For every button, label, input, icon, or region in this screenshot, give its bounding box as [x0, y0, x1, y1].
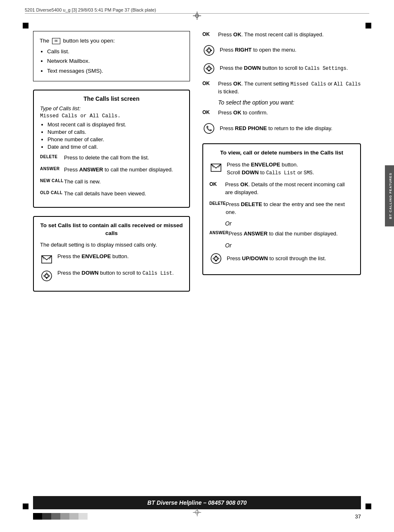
view-ok-text: Press OK. Details of the most recent inc… [225, 181, 354, 197]
svg-marker-28 [215, 260, 217, 262]
red-phone-icon: 📞 [202, 122, 216, 135]
svg-marker-17 [208, 70, 210, 72]
set-calls-default: The default setting is to display missed… [40, 242, 183, 248]
ok-text-confirm: Press OK to confirm. [218, 109, 361, 117]
right-step-nav-down: Press the DOWN button to scroll to Calls… [202, 62, 361, 75]
ok-text-2: Press OK. The current setting Missed Cal… [218, 80, 361, 96]
left-column: The ✉ button lets you open: Calls list. … [33, 31, 190, 292]
calls-list-title: The Calls list screen [40, 95, 183, 102]
ok-text-1: Press OK. The most recent call is displa… [218, 31, 361, 39]
svg-text:📞: 📞 [206, 125, 212, 131]
color-block-3 [51, 513, 60, 520]
right-column: OK Press OK. The most recent call is dis… [202, 31, 361, 292]
list-item: Calls list. [47, 47, 183, 56]
color-block-4 [60, 513, 69, 520]
answer-text: Press ANSWER to call the number displaye… [64, 166, 183, 174]
instr-answer: ANSWER Press ANSWER to call the number d… [40, 166, 183, 174]
italic-text: To select the option you want: [218, 99, 294, 106]
right-step-ok2: OK Press OK. The current setting Missed … [202, 80, 361, 96]
nav-right-text: Press RIGHT to open the menu. [220, 46, 361, 54]
instr-old-call: OLD CALL The call details have been view… [40, 190, 183, 198]
view-envelope-text: Press the ENVELOPE button.Scroll DOWN to… [227, 161, 354, 177]
delete-text: Press to delete the call from the list. [64, 154, 183, 162]
envelope-intro-text: The [40, 38, 51, 44]
view-or-1: Or [209, 220, 354, 227]
color-block-2 [42, 513, 51, 520]
view-delete-label: DELETE [209, 201, 225, 206]
instr-new-call: NEW CALL The call is new. [40, 178, 183, 186]
new-call-text: The call is new. [64, 178, 183, 186]
list-item: Most recent call is displayed first. [47, 121, 183, 128]
nav-down-icon-right [202, 62, 216, 75]
color-blocks [33, 513, 88, 520]
view-answer-label: ANSWER [209, 230, 228, 235]
color-block-1 [33, 513, 42, 520]
color-block-5 [69, 513, 78, 520]
ok-label-2: OK [202, 80, 218, 86]
view-step-envelope: Press the ENVELOPE button.Scroll DOWN to… [209, 161, 354, 177]
view-step-ok: OK Press OK. Details of the most recent … [209, 181, 354, 197]
set-calls-step-2: Press the DOWN button to scroll to Calls… [40, 269, 183, 283]
set-calls-title: To set Calls list to contain all calls r… [40, 222, 183, 238]
crosshair-top-center [193, 12, 201, 21]
answer-label: ANSWER [40, 166, 64, 171]
type-label: Type of Calls list: [40, 105, 183, 112]
view-envelope-icon [209, 161, 223, 174]
envelope-intro-box: The ✉ button lets you open: Calls list. … [33, 31, 190, 81]
list-item: Number of calls. [47, 129, 183, 135]
svg-marker-11 [210, 49, 212, 52]
set-calls-envelope-text: Press the ENVELOPE button. [57, 253, 183, 261]
set-calls-step-1: Press the ENVELOPE button. [40, 253, 183, 266]
view-step-answer: ANSWER Press ANSWER to dial the number d… [209, 230, 354, 238]
view-call-title: To view, call or delete numbers in the C… [209, 149, 354, 157]
view-or-2: Or [209, 242, 354, 249]
features-list: Most recent call is displayed first. Num… [47, 121, 183, 150]
old-call-text: The call details have been viewed. [64, 190, 183, 198]
side-tab-text: BT CALLING FEATURES [389, 173, 392, 219]
nav-right-icon [202, 44, 216, 57]
view-answer-text: Press ANSWER to dial the number displaye… [228, 230, 354, 238]
view-ok-label: OK [209, 181, 225, 187]
envelope-icon-inline: ✉ [52, 38, 60, 44]
view-step-nav: Press UP/DOWN to scroll through the list… [209, 252, 354, 265]
set-calls-down-text: Press the DOWN button to scroll to Calls… [57, 269, 183, 277]
helpline-text: BT Diverse Helpline – 08457 908 070 [147, 499, 247, 506]
right-step-ok1: OK Press OK. The most recent call is dis… [202, 31, 361, 39]
bottom-helpline-bar: BT Diverse Helpline – 08457 908 070 [33, 496, 361, 509]
old-call-label: OLD CALL [40, 190, 64, 195]
reg-mark-topleft [23, 23, 28, 28]
view-nav-icon [209, 252, 223, 265]
envelope-button-label: button lets you open: [63, 38, 115, 44]
header-text: 5201 Diverse5400 u_g [3] 29/8/03 5:41 PM… [25, 7, 156, 12]
envelope-icon [40, 253, 53, 266]
nav-down-icon [40, 269, 53, 283]
right-step-phone: 📞 Press RED PHONE to return to the idle … [202, 122, 361, 135]
nav-down-text: Press the DOWN button to scroll to Calls… [220, 64, 361, 72]
reg-mark-bottomleft [23, 504, 28, 509]
new-call-label: NEW CALL [40, 178, 64, 183]
view-call-box: To view, call or delete numbers in the C… [202, 143, 361, 275]
calls-list-screen-box: The Calls list screen Type of Calls list… [33, 90, 190, 207]
phone-text: Press RED PHONE to return to the idle di… [220, 125, 361, 133]
color-block-6 [78, 513, 88, 520]
right-step-ok-confirm: OK Press OK to confirm. [202, 109, 361, 117]
reg-mark-topright [366, 23, 371, 28]
reg-mark-bottomright [366, 504, 371, 509]
list-item: Network Mailbox. [47, 57, 183, 66]
instr-delete: DELETE Press to delete the call from the… [40, 154, 183, 162]
type-values: Missed Calls or All Calls. [40, 113, 183, 119]
side-tab: BT CALLING FEATURES [385, 165, 394, 226]
view-delete-text: Press DELETE to clear the entry and see … [225, 201, 354, 216]
set-calls-box: To set Calls list to contain all calls r… [33, 216, 190, 292]
svg-marker-29 [215, 255, 217, 257]
page-number: 37 [355, 513, 361, 520]
view-step-delete: DELETE Press DELETE to clear the entry a… [209, 201, 354, 216]
list-item: Text messages (SMS). [47, 66, 183, 76]
svg-marker-5 [45, 277, 48, 279]
italic-instruction: To select the option you want: [202, 99, 361, 106]
list-item: Phone number of caller. [47, 136, 183, 142]
delete-label: DELETE [40, 154, 64, 159]
ok-label-1: OK [202, 31, 218, 37]
view-nav-text: Press UP/DOWN to scroll through the list… [227, 255, 354, 263]
envelope-items-list: Calls list. Network Mailbox. Text messag… [47, 47, 183, 76]
